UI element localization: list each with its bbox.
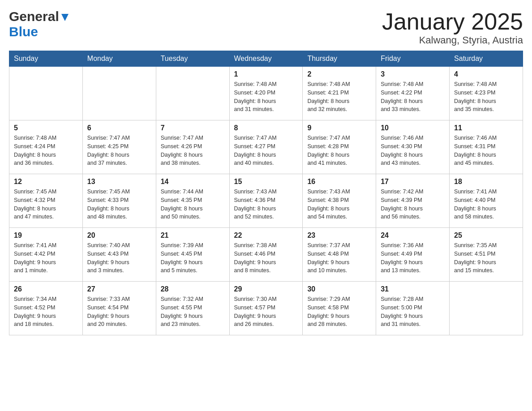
day-cell-25: 25Sunrise: 7:35 AM Sunset: 4:51 PM Dayli… <box>450 228 523 282</box>
calendar-table: SundayMondayTuesdayWednesdayThursdayFrid… <box>9 51 523 335</box>
day-cell-4: 4Sunrise: 7:48 AM Sunset: 4:23 PM Daylig… <box>450 67 523 120</box>
day-info: Sunrise: 7:37 AM Sunset: 4:48 PM Dayligh… <box>307 241 371 275</box>
weekday-header-wednesday: Wednesday <box>229 51 303 67</box>
day-number: 9 <box>307 124 371 132</box>
calendar-title: January 2025 <box>382 9 523 34</box>
day-number: 12 <box>14 178 78 186</box>
day-cell-20: 20Sunrise: 7:40 AM Sunset: 4:43 PM Dayli… <box>82 228 156 282</box>
day-info: Sunrise: 7:45 AM Sunset: 4:32 PM Dayligh… <box>14 188 78 221</box>
day-info: Sunrise: 7:45 AM Sunset: 4:33 PM Dayligh… <box>87 188 151 221</box>
day-number: 28 <box>161 285 225 293</box>
day-number: 24 <box>381 231 445 240</box>
day-info: Sunrise: 7:36 AM Sunset: 4:49 PM Dayligh… <box>381 241 445 275</box>
day-cell-24: 24Sunrise: 7:36 AM Sunset: 4:49 PM Dayli… <box>376 228 450 282</box>
title-block: January 2025 Kalwang, Styria, Austria <box>382 9 523 46</box>
day-number: 21 <box>161 231 225 240</box>
week-row-3: 12Sunrise: 7:45 AM Sunset: 4:32 PM Dayli… <box>9 174 523 228</box>
day-number: 4 <box>454 70 518 78</box>
weekday-header-thursday: Thursday <box>303 51 376 67</box>
logo-general-text: General <box>9 9 59 24</box>
day-info: Sunrise: 7:41 AM Sunset: 4:42 PM Dayligh… <box>14 241 78 275</box>
day-number: 25 <box>454 231 518 240</box>
weekday-header-row: SundayMondayTuesdayWednesdayThursdayFrid… <box>9 51 523 67</box>
day-number: 8 <box>234 124 298 132</box>
day-cell-31: 31Sunrise: 7:28 AM Sunset: 5:00 PM Dayli… <box>376 282 450 335</box>
day-info: Sunrise: 7:47 AM Sunset: 4:27 PM Dayligh… <box>234 134 298 167</box>
day-cell-26: 26Sunrise: 7:34 AM Sunset: 4:52 PM Dayli… <box>9 282 83 335</box>
day-cell-27: 27Sunrise: 7:33 AM Sunset: 4:54 PM Dayli… <box>82 282 156 335</box>
day-number: 7 <box>161 124 225 132</box>
day-number: 23 <box>307 231 371 240</box>
day-number: 18 <box>454 178 518 186</box>
page-header: General Blue January 2025 Kalwang, Styri… <box>9 9 523 46</box>
day-info: Sunrise: 7:32 AM Sunset: 4:55 PM Dayligh… <box>161 295 225 329</box>
weekday-header-monday: Monday <box>82 51 156 67</box>
empty-cell <box>82 67 156 120</box>
day-number: 30 <box>307 285 371 293</box>
day-info: Sunrise: 7:39 AM Sunset: 4:45 PM Dayligh… <box>161 241 225 275</box>
day-cell-8: 8Sunrise: 7:47 AM Sunset: 4:27 PM Daylig… <box>229 120 303 174</box>
empty-cell <box>156 67 229 120</box>
day-info: Sunrise: 7:48 AM Sunset: 4:22 PM Dayligh… <box>381 80 445 114</box>
day-cell-30: 30Sunrise: 7:29 AM Sunset: 4:58 PM Dayli… <box>303 282 376 335</box>
day-info: Sunrise: 7:46 AM Sunset: 4:30 PM Dayligh… <box>381 134 445 167</box>
day-info: Sunrise: 7:40 AM Sunset: 4:43 PM Dayligh… <box>87 241 151 275</box>
day-cell-23: 23Sunrise: 7:37 AM Sunset: 4:48 PM Dayli… <box>303 228 376 282</box>
day-cell-21: 21Sunrise: 7:39 AM Sunset: 4:45 PM Dayli… <box>156 228 229 282</box>
day-cell-12: 12Sunrise: 7:45 AM Sunset: 4:32 PM Dayli… <box>9 174 83 228</box>
day-number: 14 <box>161 178 225 186</box>
day-number: 17 <box>381 178 445 186</box>
day-info: Sunrise: 7:35 AM Sunset: 4:51 PM Dayligh… <box>454 241 518 275</box>
day-number: 5 <box>14 124 78 132</box>
day-info: Sunrise: 7:30 AM Sunset: 4:57 PM Dayligh… <box>234 295 298 329</box>
week-row-1: 1Sunrise: 7:48 AM Sunset: 4:20 PM Daylig… <box>9 67 523 120</box>
day-info: Sunrise: 7:44 AM Sunset: 4:35 PM Dayligh… <box>161 188 225 221</box>
day-number: 2 <box>307 70 371 78</box>
day-info: Sunrise: 7:43 AM Sunset: 4:38 PM Dayligh… <box>307 188 371 221</box>
weekday-header-friday: Friday <box>376 51 450 67</box>
day-info: Sunrise: 7:42 AM Sunset: 4:39 PM Dayligh… <box>381 188 445 221</box>
day-info: Sunrise: 7:48 AM Sunset: 4:23 PM Dayligh… <box>454 80 518 114</box>
day-info: Sunrise: 7:29 AM Sunset: 4:58 PM Dayligh… <box>307 295 371 329</box>
weekday-header-sunday: Sunday <box>9 51 83 67</box>
day-number: 3 <box>381 70 445 78</box>
calendar-subtitle: Kalwang, Styria, Austria <box>382 34 523 46</box>
day-number: 1 <box>234 70 298 78</box>
day-cell-28: 28Sunrise: 7:32 AM Sunset: 4:55 PM Dayli… <box>156 282 229 335</box>
day-info: Sunrise: 7:47 AM Sunset: 4:26 PM Dayligh… <box>161 134 225 167</box>
day-cell-5: 5Sunrise: 7:48 AM Sunset: 4:24 PM Daylig… <box>9 120 83 174</box>
logo: General Blue <box>9 9 70 39</box>
calendar-body: 1Sunrise: 7:48 AM Sunset: 4:20 PM Daylig… <box>9 67 523 335</box>
day-cell-16: 16Sunrise: 7:43 AM Sunset: 4:38 PM Dayli… <box>303 174 376 228</box>
day-number: 27 <box>87 285 151 293</box>
day-info: Sunrise: 7:48 AM Sunset: 4:20 PM Dayligh… <box>234 80 298 114</box>
day-info: Sunrise: 7:48 AM Sunset: 4:21 PM Dayligh… <box>307 80 371 114</box>
svg-marker-0 <box>61 14 69 21</box>
week-row-4: 19Sunrise: 7:41 AM Sunset: 4:42 PM Dayli… <box>9 228 523 282</box>
day-info: Sunrise: 7:48 AM Sunset: 4:24 PM Dayligh… <box>14 134 78 167</box>
day-cell-11: 11Sunrise: 7:46 AM Sunset: 4:31 PM Dayli… <box>450 120 523 174</box>
day-number: 11 <box>454 124 518 132</box>
day-cell-3: 3Sunrise: 7:48 AM Sunset: 4:22 PM Daylig… <box>376 67 450 120</box>
week-row-5: 26Sunrise: 7:34 AM Sunset: 4:52 PM Dayli… <box>9 282 523 335</box>
empty-cell <box>9 67 83 120</box>
day-cell-22: 22Sunrise: 7:38 AM Sunset: 4:46 PM Dayli… <box>229 228 303 282</box>
day-cell-18: 18Sunrise: 7:41 AM Sunset: 4:40 PM Dayli… <box>450 174 523 228</box>
day-number: 29 <box>234 285 298 293</box>
weekday-header-saturday: Saturday <box>450 51 523 67</box>
weekday-header-tuesday: Tuesday <box>156 51 229 67</box>
day-cell-14: 14Sunrise: 7:44 AM Sunset: 4:35 PM Dayli… <box>156 174 229 228</box>
day-cell-7: 7Sunrise: 7:47 AM Sunset: 4:26 PM Daylig… <box>156 120 229 174</box>
day-cell-29: 29Sunrise: 7:30 AM Sunset: 4:57 PM Dayli… <box>229 282 303 335</box>
day-cell-2: 2Sunrise: 7:48 AM Sunset: 4:21 PM Daylig… <box>303 67 376 120</box>
day-number: 26 <box>14 285 78 293</box>
empty-cell <box>450 282 523 335</box>
day-info: Sunrise: 7:34 AM Sunset: 4:52 PM Dayligh… <box>14 295 78 329</box>
day-info: Sunrise: 7:47 AM Sunset: 4:28 PM Dayligh… <box>307 134 371 167</box>
week-row-2: 5Sunrise: 7:48 AM Sunset: 4:24 PM Daylig… <box>9 120 523 174</box>
day-info: Sunrise: 7:47 AM Sunset: 4:25 PM Dayligh… <box>87 134 151 167</box>
day-number: 6 <box>87 124 151 132</box>
day-info: Sunrise: 7:43 AM Sunset: 4:36 PM Dayligh… <box>234 188 298 221</box>
day-number: 20 <box>87 231 151 240</box>
day-cell-19: 19Sunrise: 7:41 AM Sunset: 4:42 PM Dayli… <box>9 228 83 282</box>
